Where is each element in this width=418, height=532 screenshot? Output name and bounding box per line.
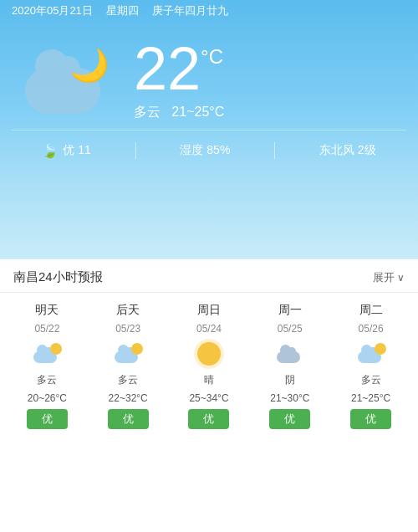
day-weather-icon [277, 340, 303, 368]
chevron-down-icon: ∨ [397, 272, 405, 284]
overcast-icon [277, 345, 303, 363]
temperature-unit: °C [201, 47, 223, 67]
weekday-text: 星期四 [106, 3, 139, 18]
day-temp: 22~32°C [109, 392, 148, 404]
day-label: 周一 [278, 303, 302, 318]
day-condition: 晴 [204, 373, 214, 387]
day-condition: 多云 [37, 373, 57, 387]
day-temp: 21~25°C [351, 392, 390, 404]
day-date: 05/22 [34, 323, 59, 335]
expand-label: 展开 [373, 270, 395, 285]
temperature-number: 22 [134, 38, 201, 99]
cloudy-sun-icon [358, 345, 385, 363]
day-date: 05/25 [278, 323, 303, 335]
cloudy-sun-icon [33, 345, 60, 363]
day-weather-icon [358, 340, 385, 368]
day-weather-icon [115, 340, 141, 368]
day-label: 明天 [35, 303, 59, 318]
forecast-day-item: 周一 05/25 阴 21~30°C 优 [249, 303, 330, 429]
day-temp: 21~30°C [270, 392, 309, 404]
current-weather-icon: 🌙 [25, 47, 117, 114]
day-temp: 20~26°C [28, 392, 67, 404]
day-condition: 多云 [361, 373, 381, 387]
aqi-value: 优 11 [63, 143, 90, 158]
day-date: 05/26 [359, 323, 384, 335]
quality-badge: 优 [269, 409, 310, 429]
date-text: 2020年05月21日 [12, 3, 93, 18]
humidity-value: 湿度 85% [180, 143, 230, 158]
forecast-day-item: 周日 05/24 晴 25~34°C 优 [169, 303, 250, 429]
quality-badge: 优 [188, 409, 229, 429]
cloudy-sun-icon [115, 345, 141, 363]
forecast-day-item: 后天 05/23 多云 22~32°C 优 [88, 303, 169, 429]
aqi-icon: 🍃 [42, 143, 59, 159]
wind-value: 东北风 2级 [319, 143, 376, 158]
day-weather-icon [197, 340, 221, 368]
day-temp: 25~34°C [189, 392, 228, 404]
day-condition: 阴 [285, 373, 295, 387]
day-date: 05/24 [196, 323, 222, 335]
forecast-day-item: 明天 05/22 多云 20~26°C 优 [7, 303, 88, 429]
weather-stats-bar: 🍃 优 11 湿度 85% 东北风 2级 [12, 130, 406, 171]
humidity-stat: 湿度 85% [180, 143, 230, 158]
forecast-days-container: 明天 05/22 多云 20~26°C 优 后天 05/23 多云 22~32°… [0, 293, 418, 439]
stat-divider-1 [135, 142, 136, 159]
weather-description: 多云 21~25°C [134, 104, 224, 121]
wind-stat: 东北风 2级 [319, 143, 376, 158]
forecast-header: 南昌24小时预报 展开 ∨ [0, 259, 418, 293]
temperature-display: 22 °C [134, 38, 223, 99]
day-label: 周二 [359, 303, 383, 318]
main-weather-display: 🌙 22 °C 多云 21~25°C [0, 22, 418, 130]
day-label: 后天 [116, 303, 140, 318]
forecast-day-item: 周二 05/26 多云 21~25°C 优 [330, 303, 411, 429]
forecast-title: 南昌24小时预报 [13, 269, 103, 285]
quality-badge: 优 [350, 409, 391, 429]
forecast-section: 南昌24小时预报 展开 ∨ 明天 05/22 多云 20~26°C 优 后天 0… [0, 259, 418, 439]
day-weather-icon [33, 340, 60, 368]
sunny-icon [197, 342, 221, 366]
quality-badge: 优 [27, 409, 68, 429]
quality-badge: 优 [108, 409, 149, 429]
date-bar: 2020年05月21日 星期四 庚子年四月廿九 [0, 0, 418, 22]
lunar-date-text: 庚子年四月廿九 [152, 3, 228, 18]
moon-sun-icon: 🌙 [69, 47, 109, 84]
day-label: 周日 [197, 303, 221, 318]
day-date: 05/23 [115, 323, 140, 335]
aqi-stat: 🍃 优 11 [42, 143, 90, 159]
expand-button[interactable]: 展开 ∨ [373, 270, 405, 285]
temperature-section: 22 °C 多云 21~25°C [134, 38, 224, 121]
stat-divider-2 [274, 142, 275, 159]
weather-top-section: 2020年05月21日 星期四 庚子年四月廿九 🌙 22 °C 多云 21~25… [0, 0, 418, 259]
day-condition: 多云 [118, 373, 138, 387]
